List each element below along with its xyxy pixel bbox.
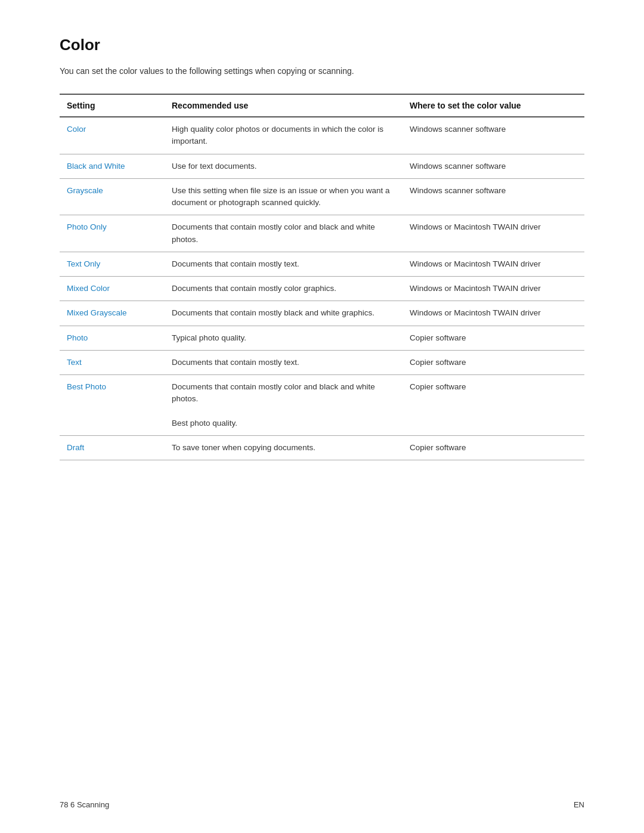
col-header-recommended: Recommended use bbox=[165, 94, 402, 117]
recommended-cell: To save toner when copying documents. bbox=[165, 436, 402, 460]
setting-name-cell[interactable]: Black and White bbox=[60, 154, 165, 178]
setting-name-cell[interactable]: Mixed Grayscale bbox=[60, 301, 165, 326]
setting-name-cell[interactable]: Color bbox=[60, 117, 165, 154]
page-footer: 78 6 Scanning EN bbox=[60, 800, 584, 809]
recommended-cell: Documents that contain mostly text. bbox=[165, 252, 402, 276]
table-row: GrayscaleUse this setting when file size… bbox=[60, 178, 584, 215]
setting-name-cell[interactable]: Photo bbox=[60, 326, 165, 350]
page-title: Color bbox=[60, 36, 584, 54]
where-to-set-cell: Windows scanner software bbox=[402, 154, 584, 178]
table-row: Photo OnlyDocuments that contain mostly … bbox=[60, 215, 584, 252]
setting-name-cell[interactable]: Text Only bbox=[60, 252, 165, 276]
setting-name-cell[interactable]: Text bbox=[60, 350, 165, 374]
table-row: Black and WhiteUse for text documents.Wi… bbox=[60, 154, 584, 178]
setting-name-cell[interactable]: Best Photo bbox=[60, 375, 165, 436]
col-header-where: Where to set the color value bbox=[402, 94, 584, 117]
where-to-set-cell: Windows scanner software bbox=[402, 178, 584, 215]
recommended-cell: Documents that contain mostly color and … bbox=[165, 375, 402, 436]
setting-name-cell[interactable]: Mixed Color bbox=[60, 277, 165, 301]
recommended-cell: High quality color photos or documents i… bbox=[165, 117, 402, 154]
intro-text: You can set the color values to the foll… bbox=[60, 66, 584, 76]
table-row: PhotoTypical photo quality.Copier softwa… bbox=[60, 326, 584, 350]
where-to-set-cell: Windows scanner software bbox=[402, 117, 584, 154]
table-row: DraftTo save toner when copying document… bbox=[60, 436, 584, 460]
recommended-cell: Use this setting when file size is an is… bbox=[165, 178, 402, 215]
recommended-cell: Typical photo quality. bbox=[165, 326, 402, 350]
where-to-set-cell: Copier software bbox=[402, 350, 584, 374]
table-row: Text OnlyDocuments that contain mostly t… bbox=[60, 252, 584, 276]
where-to-set-cell: Windows or Macintosh TWAIN driver bbox=[402, 252, 584, 276]
where-to-set-cell: Windows or Macintosh TWAIN driver bbox=[402, 277, 584, 301]
where-to-set-cell: Windows or Macintosh TWAIN driver bbox=[402, 215, 584, 252]
where-to-set-cell: Copier software bbox=[402, 436, 584, 460]
recommended-cell: Documents that contain mostly black and … bbox=[165, 301, 402, 326]
table-row: TextDocuments that contain mostly text.C… bbox=[60, 350, 584, 374]
table-header-row: Setting Recommended use Where to set the… bbox=[60, 94, 584, 117]
table-row: Mixed ColorDocuments that contain mostly… bbox=[60, 277, 584, 301]
recommended-cell: Documents that contain mostly text. bbox=[165, 350, 402, 374]
footer-right: EN bbox=[574, 800, 584, 809]
where-to-set-cell: Copier software bbox=[402, 375, 584, 436]
recommended-cell: Use for text documents. bbox=[165, 154, 402, 178]
recommended-cell: Documents that contain mostly color and … bbox=[165, 215, 402, 252]
setting-name-cell[interactable]: Grayscale bbox=[60, 178, 165, 215]
setting-name-cell[interactable]: Draft bbox=[60, 436, 165, 460]
where-to-set-cell: Copier software bbox=[402, 326, 584, 350]
where-to-set-cell: Windows or Macintosh TWAIN driver bbox=[402, 301, 584, 326]
col-header-setting: Setting bbox=[60, 94, 165, 117]
table-row: Best PhotoDocuments that contain mostly … bbox=[60, 375, 584, 436]
table-row: ColorHigh quality color photos or docume… bbox=[60, 117, 584, 154]
recommended-cell: Documents that contain mostly color grap… bbox=[165, 277, 402, 301]
color-settings-table: Setting Recommended use Where to set the… bbox=[60, 94, 584, 460]
footer-left: 78 6 Scanning bbox=[60, 800, 109, 809]
table-row: Mixed GrayscaleDocuments that contain mo… bbox=[60, 301, 584, 326]
setting-name-cell[interactable]: Photo Only bbox=[60, 215, 165, 252]
